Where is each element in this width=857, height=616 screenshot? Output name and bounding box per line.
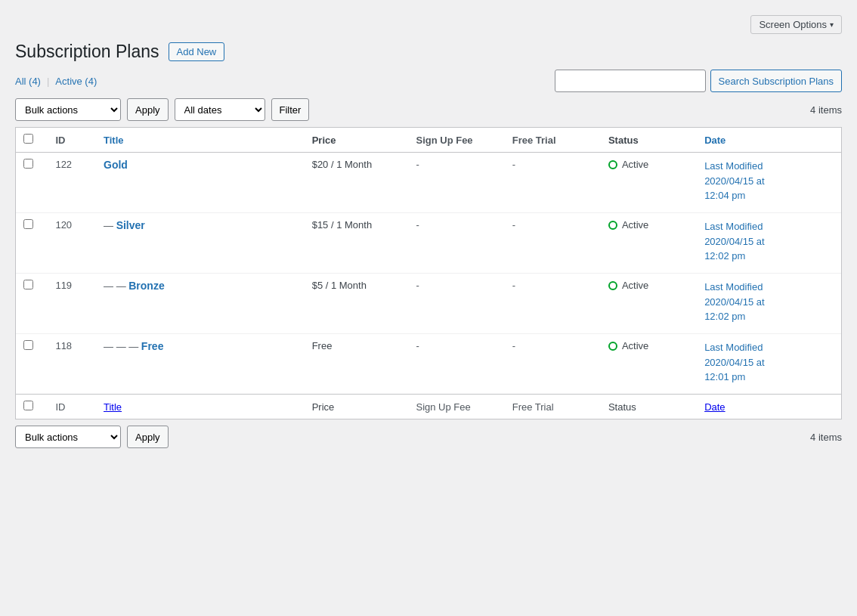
plan-title-link[interactable]: Bronze	[128, 280, 164, 292]
toolbar-bottom: Bulk actions Apply 4 items	[15, 426, 842, 448]
items-count-top: 4 items	[810, 104, 842, 116]
footer-sort-title-link[interactable]: Title	[104, 401, 122, 413]
filter-links-left: All (4) | Active (4)	[15, 76, 97, 87]
status-active-icon	[608, 160, 617, 169]
row-date: Last Modified2020/04/15 at12:01 pm	[697, 334, 841, 395]
toolbar-top-left: Bulk actions Apply All dates Filter	[15, 98, 309, 121]
row-title[interactable]: — — Bronze	[96, 274, 305, 334]
footer-col-id: ID	[48, 395, 96, 419]
bulk-actions-select-bottom[interactable]: Bulk actions	[15, 426, 121, 448]
sort-date-link[interactable]: Date	[704, 135, 726, 146]
add-new-button[interactable]: Add New	[169, 42, 225, 61]
row-price: $20 / 1 Month	[305, 153, 409, 213]
filter-all-link[interactable]: All (4)	[15, 76, 41, 87]
items-count-bottom: 4 items	[810, 432, 842, 443]
row-checkbox-cell[interactable]	[16, 334, 48, 395]
filter-links-bar: All (4) | Active (4) Search Subscription…	[15, 70, 842, 92]
row-signup-fee: -	[408, 274, 504, 334]
table-row: 118— — — FreeFree--ActiveLast Modified20…	[16, 334, 841, 395]
apply-button-top[interactable]: Apply	[127, 98, 169, 121]
search-button[interactable]: Search Subscription Plans	[710, 70, 842, 92]
screen-options-button[interactable]: Screen Options ▾	[750, 15, 842, 34]
row-id: 122	[48, 153, 96, 213]
row-signup-fee: -	[408, 334, 504, 395]
row-title[interactable]: Gold	[96, 153, 305, 213]
row-signup-fee: -	[408, 213, 504, 274]
row-status: Active	[601, 274, 697, 334]
plan-title-link[interactable]: Silver	[116, 219, 145, 231]
row-price: $15 / 1 Month	[305, 213, 409, 274]
row-date: Last Modified2020/04/15 at12:02 pm	[697, 213, 841, 274]
table-header-row: ID Title Price Sign Up Fee Free Trial St…	[16, 128, 841, 153]
page-title: Subscription Plans	[15, 42, 159, 62]
table-row: 122Gold$20 / 1 Month--ActiveLast Modifie…	[16, 153, 841, 213]
row-status: Active	[601, 213, 697, 274]
row-status: Active	[601, 153, 697, 213]
row-id: 120	[48, 213, 96, 274]
sort-title-link[interactable]: Title	[104, 135, 124, 146]
table-footer-row: ID Title Price Sign Up Fee Free Trial St…	[16, 395, 841, 419]
select-all-checkbox[interactable]	[23, 134, 33, 144]
row-price: $5 / 1 Month	[305, 274, 409, 334]
plan-title-link[interactable]: Gold	[104, 159, 128, 171]
table-row: 120— Silver$15 / 1 Month--ActiveLast Mod…	[16, 213, 841, 274]
filter-separator: |	[47, 76, 49, 87]
page-header: Subscription Plans Add New	[15, 42, 842, 62]
plan-title-link[interactable]: Free	[141, 340, 164, 352]
col-header-free-trial: Free Trial	[505, 128, 601, 153]
row-checkbox[interactable]	[23, 219, 33, 229]
row-free-trial: -	[505, 334, 601, 395]
status-label: Active	[622, 159, 648, 170]
row-checkbox[interactable]	[23, 159, 33, 169]
toolbar-top: Bulk actions Apply All dates Filter 4 it…	[15, 98, 842, 121]
bulk-actions-select-top[interactable]: Bulk actions	[15, 98, 121, 121]
subscription-plans-table: ID Title Price Sign Up Fee Free Trial St…	[16, 128, 841, 419]
footer-sort-date-link[interactable]: Date	[704, 401, 725, 413]
status-label: Active	[622, 280, 648, 291]
filter-active-link[interactable]: Active (4)	[55, 76, 97, 87]
row-status: Active	[601, 334, 697, 395]
footer-col-status: Status	[601, 395, 697, 419]
row-id: 118	[48, 334, 96, 395]
filter-button-top[interactable]: Filter	[271, 98, 310, 121]
apply-button-bottom[interactable]: Apply	[127, 426, 169, 448]
row-price: Free	[305, 334, 409, 395]
search-input[interactable]	[555, 70, 706, 92]
table-row: 119— — Bronze$5 / 1 Month--ActiveLast Mo…	[16, 274, 841, 334]
footer-col-trial: Free Trial	[505, 395, 601, 419]
row-date: Last Modified2020/04/15 at12:04 pm	[697, 153, 841, 213]
toolbar-bottom-left: Bulk actions Apply	[15, 426, 169, 448]
col-header-date[interactable]: Date	[697, 128, 841, 153]
col-header-signup-fee: Sign Up Fee	[408, 128, 504, 153]
status-active-icon	[608, 281, 617, 290]
row-checkbox[interactable]	[23, 280, 33, 289]
status-active-icon	[608, 221, 617, 230]
screen-options-label: Screen Options	[759, 19, 827, 30]
row-checkbox-cell[interactable]	[16, 153, 48, 213]
chevron-down-icon: ▾	[830, 20, 834, 29]
footer-col-title[interactable]: Title	[96, 395, 305, 419]
row-free-trial: -	[505, 274, 601, 334]
row-checkbox-cell[interactable]	[16, 274, 48, 334]
subscription-plans-table-wrapper: ID Title Price Sign Up Fee Free Trial St…	[15, 127, 842, 419]
row-free-trial: -	[505, 153, 601, 213]
dates-select-top[interactable]: All dates	[175, 98, 265, 121]
row-id: 119	[48, 274, 96, 334]
row-signup-fee: -	[408, 153, 504, 213]
footer-col-price: Price	[305, 395, 409, 419]
footer-col-signup: Sign Up Fee	[408, 395, 504, 419]
select-all-checkbox-footer[interactable]	[23, 401, 33, 410]
col-header-id: ID	[48, 128, 96, 153]
row-checkbox-cell[interactable]	[16, 213, 48, 274]
col-header-title[interactable]: Title	[96, 128, 305, 153]
select-all-header[interactable]	[16, 128, 48, 153]
footer-col-date[interactable]: Date	[697, 395, 841, 419]
row-checkbox[interactable]	[23, 340, 33, 350]
row-title[interactable]: — Silver	[96, 213, 305, 274]
status-active-icon	[608, 342, 617, 351]
col-header-price: Price	[305, 128, 409, 153]
row-title[interactable]: — — — Free	[96, 334, 305, 395]
top-bar: Screen Options ▾	[15, 15, 842, 34]
row-date: Last Modified2020/04/15 at12:02 pm	[697, 274, 841, 334]
search-box: Search Subscription Plans	[555, 70, 842, 92]
